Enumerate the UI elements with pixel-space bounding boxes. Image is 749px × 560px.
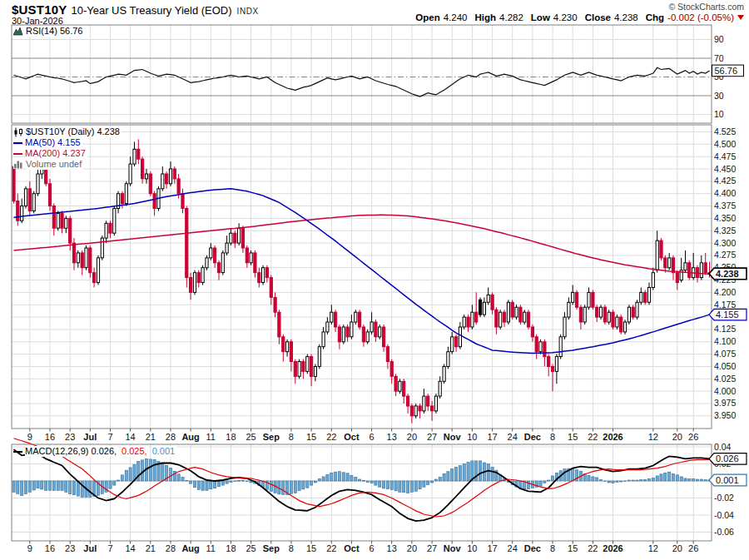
svg-text:7: 7 <box>107 432 112 442</box>
svg-text:90: 90 <box>714 34 724 44</box>
svg-text:8: 8 <box>550 432 555 442</box>
svg-text:4.200: 4.200 <box>714 287 736 297</box>
svg-text:12: 12 <box>648 543 658 553</box>
macd-legend: MACD(12,26,9) 0.026, 0.025, 0.001 <box>13 446 176 457</box>
svg-text:8: 8 <box>289 432 294 442</box>
svg-text:4.375: 4.375 <box>714 201 736 211</box>
svg-text:11: 11 <box>206 543 216 553</box>
svg-text:4.325: 4.325 <box>714 225 736 235</box>
svg-text:20: 20 <box>672 543 682 553</box>
svg-text:Dec: Dec <box>524 432 541 442</box>
rsi-legend: RSI(14) 56.76 <box>13 26 84 37</box>
ma50-legend-label: MA(50) 4.155 <box>25 137 82 148</box>
svg-text:27: 27 <box>427 543 437 553</box>
ohlc-quote-row: Open4.240 High4.282 Low4.230 Close4.238 … <box>408 12 744 22</box>
svg-text:4.400: 4.400 <box>714 188 736 198</box>
svg-text:4.050: 4.050 <box>714 361 736 371</box>
svg-text:8: 8 <box>550 543 555 553</box>
svg-text:0.001: 0.001 <box>716 475 739 485</box>
svg-text:15: 15 <box>306 432 316 442</box>
svg-text:Jul: Jul <box>83 432 97 442</box>
svg-text:7: 7 <box>107 543 112 553</box>
rsi-legend-label: RSI(14) 56.76 <box>26 26 84 37</box>
candlestick-icon <box>13 127 23 137</box>
svg-text:3.975: 3.975 <box>714 398 736 408</box>
svg-text:4.275: 4.275 <box>714 250 736 260</box>
svg-text:20: 20 <box>672 432 682 442</box>
svg-text:20: 20 <box>407 432 417 442</box>
macd-hist-value: 0.001 <box>152 446 177 457</box>
svg-text:16: 16 <box>45 432 55 442</box>
close-value: 4.238 <box>614 12 638 22</box>
svg-text:Jul: Jul <box>83 543 97 553</box>
svg-text:6: 6 <box>370 543 374 553</box>
svg-text:28: 28 <box>166 432 176 442</box>
svg-text:14: 14 <box>126 543 136 553</box>
svg-text:Sep: Sep <box>263 543 280 553</box>
svg-text:Nov: Nov <box>444 432 462 442</box>
svg-text:0.026: 0.026 <box>716 453 739 463</box>
svg-text:4.475: 4.475 <box>714 151 736 161</box>
svg-text:13: 13 <box>387 432 397 442</box>
svg-text:Oct: Oct <box>344 543 360 553</box>
chart-date: 30-Jan-2026 <box>12 16 63 26</box>
svg-text:3.950: 3.950 <box>714 410 736 420</box>
ma200-legend-label: MA(200) 4.237 <box>25 148 87 159</box>
svg-text:13: 13 <box>387 543 397 553</box>
svg-text:10: 10 <box>467 543 477 553</box>
symbol: $UST10Y <box>12 2 67 17</box>
svg-text:9: 9 <box>27 543 32 553</box>
rsi-icon <box>13 27 23 36</box>
svg-text:18: 18 <box>226 543 236 553</box>
svg-text:15: 15 <box>568 543 578 553</box>
svg-text:25: 25 <box>246 543 255 553</box>
stockcharts-page: { "header": { "symbol": "$UST10Y", "titl… <box>0 0 749 560</box>
svg-text:23: 23 <box>65 432 75 442</box>
macd-line-icon <box>13 451 22 453</box>
svg-text:10: 10 <box>714 109 724 119</box>
low-value: 4.230 <box>553 12 578 22</box>
svg-text:17: 17 <box>487 543 497 553</box>
copyright: © StockCharts.com <box>668 2 744 12</box>
svg-text:4.425: 4.425 <box>714 176 736 186</box>
svg-text:23: 23 <box>65 543 75 553</box>
svg-text:20: 20 <box>407 543 417 553</box>
svg-text:8: 8 <box>289 543 294 553</box>
volume-legend-label: Volume undef <box>26 159 83 170</box>
svg-text:28: 28 <box>166 543 176 553</box>
svg-text:-0.06: -0.06 <box>714 527 734 537</box>
page-title: 10-Year US Treasury Yield (EOD) <box>71 4 231 17</box>
svg-text:56.76: 56.76 <box>715 66 738 76</box>
svg-text:6: 6 <box>370 432 374 442</box>
svg-text:4.175: 4.175 <box>714 300 736 310</box>
svg-text:Nov: Nov <box>444 543 462 553</box>
svg-text:-0.04: -0.04 <box>714 510 734 520</box>
open-label: Open <box>415 12 439 22</box>
svg-text:21: 21 <box>146 543 156 553</box>
open-value: 4.240 <box>444 12 468 22</box>
svg-text:2026: 2026 <box>603 543 623 553</box>
svg-text:16: 16 <box>45 543 55 553</box>
svg-text:4.500: 4.500 <box>714 139 736 149</box>
exchange-label: INDX <box>237 7 259 16</box>
svg-text:Dec: Dec <box>524 543 541 553</box>
svg-text:30: 30 <box>714 91 724 101</box>
close-label: Close <box>585 12 611 22</box>
svg-text:9: 9 <box>27 432 32 442</box>
svg-text:11: 11 <box>206 432 216 442</box>
price-legend: $UST10Y (Daily) 4.238 MA(50) 4.155 MA(20… <box>13 126 122 170</box>
low-label: Low <box>531 12 550 22</box>
svg-text:22: 22 <box>326 543 336 553</box>
svg-text:0.04: 0.04 <box>714 442 732 452</box>
svg-text:Sep: Sep <box>263 432 280 442</box>
svg-text:15: 15 <box>306 543 316 553</box>
svg-text:4.350: 4.350 <box>714 213 736 223</box>
high-value: 4.282 <box>499 12 523 22</box>
svg-text:12: 12 <box>648 432 658 442</box>
chg-dropdown-arrow[interactable] <box>737 15 744 20</box>
svg-text:24: 24 <box>508 543 518 553</box>
ma50-line-icon <box>13 142 22 144</box>
svg-text:15: 15 <box>568 432 578 442</box>
svg-text:18: 18 <box>226 432 236 442</box>
svg-text:Aug: Aug <box>181 543 199 553</box>
